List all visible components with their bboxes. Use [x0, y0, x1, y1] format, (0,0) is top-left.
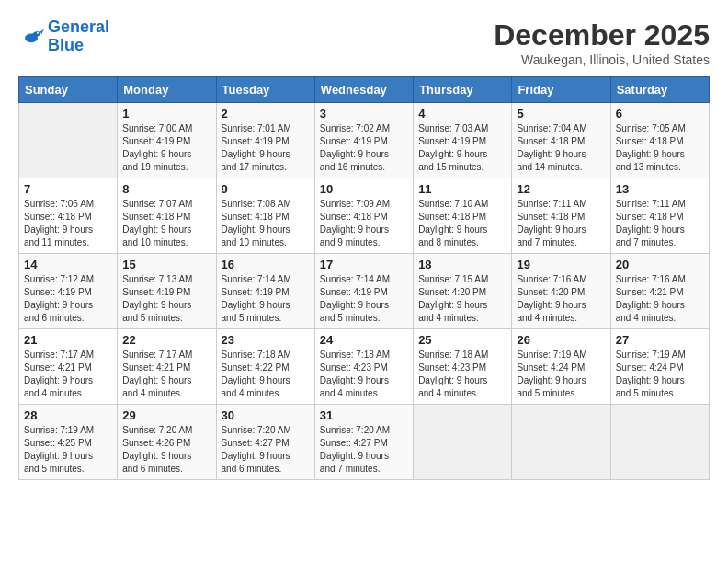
day-number: 10	[320, 182, 408, 196]
month-title: December 2025	[494, 18, 710, 52]
day-number: 17	[320, 258, 408, 271]
day-info: Sunrise: 7:01 AM Sunset: 4:19 PM Dayligh…	[222, 122, 310, 174]
day-info: Sunrise: 7:17 AM Sunset: 4:21 PM Dayligh…	[24, 349, 112, 400]
weekday-header: Thursday	[414, 77, 512, 103]
logo-name: GeneralBlue	[48, 18, 109, 55]
calendar-cell: 23Sunrise: 7:18 AM Sunset: 4:22 PM Dayli…	[216, 329, 314, 405]
day-number: 5	[517, 107, 605, 121]
day-info: Sunrise: 7:11 AM Sunset: 4:18 PM Dayligh…	[517, 198, 605, 249]
calendar-week-row: 1Sunrise: 7:00 AM Sunset: 4:19 PM Daylig…	[19, 103, 710, 178]
calendar-cell: 27Sunrise: 7:19 AM Sunset: 4:24 PM Dayli…	[610, 329, 709, 405]
day-info: Sunrise: 7:08 AM Sunset: 4:18 PM Dayligh…	[222, 198, 310, 249]
calendar-cell: 31Sunrise: 7:20 AM Sunset: 4:27 PM Dayli…	[314, 405, 413, 480]
day-info: Sunrise: 7:19 AM Sunset: 4:25 PM Dayligh…	[24, 424, 112, 476]
day-number: 11	[418, 182, 506, 196]
day-number: 30	[222, 408, 310, 422]
day-number: 29	[122, 408, 210, 422]
day-info: Sunrise: 7:16 AM Sunset: 4:21 PM Dayligh…	[616, 273, 704, 325]
svg-point-3	[37, 32, 39, 34]
day-info: Sunrise: 7:13 AM Sunset: 4:19 PM Dayligh…	[122, 273, 210, 325]
day-number: 7	[24, 182, 112, 196]
day-info: Sunrise: 7:18 AM Sunset: 4:23 PM Dayligh…	[320, 349, 408, 400]
weekday-header: Sunday	[19, 77, 118, 103]
calendar-cell: 9Sunrise: 7:08 AM Sunset: 4:18 PM Daylig…	[216, 178, 314, 254]
weekday-header: Monday	[118, 77, 216, 103]
day-info: Sunrise: 7:14 AM Sunset: 4:19 PM Dayligh…	[222, 273, 310, 325]
day-number: 27	[616, 333, 704, 347]
day-info: Sunrise: 7:04 AM Sunset: 4:18 PM Dayligh…	[517, 122, 605, 174]
calendar-week-row: 21Sunrise: 7:17 AM Sunset: 4:21 PM Dayli…	[19, 329, 710, 405]
day-number: 15	[122, 258, 210, 271]
calendar-cell: 24Sunrise: 7:18 AM Sunset: 4:23 PM Dayli…	[314, 329, 413, 405]
day-info: Sunrise: 7:20 AM Sunset: 4:27 PM Dayligh…	[320, 424, 408, 476]
day-number: 25	[418, 333, 506, 347]
calendar-cell	[512, 405, 610, 480]
weekday-header: Tuesday	[216, 77, 314, 103]
day-number: 24	[320, 333, 408, 347]
calendar-cell: 7Sunrise: 7:06 AM Sunset: 4:18 PM Daylig…	[19, 178, 118, 254]
calendar-cell: 21Sunrise: 7:17 AM Sunset: 4:21 PM Dayli…	[19, 329, 118, 405]
day-info: Sunrise: 7:03 AM Sunset: 4:19 PM Dayligh…	[418, 122, 506, 174]
calendar-week-row: 14Sunrise: 7:12 AM Sunset: 4:19 PM Dayli…	[19, 254, 710, 329]
calendar-week-row: 28Sunrise: 7:19 AM Sunset: 4:25 PM Dayli…	[19, 405, 710, 480]
calendar-cell: 19Sunrise: 7:16 AM Sunset: 4:20 PM Dayli…	[512, 254, 610, 329]
day-info: Sunrise: 7:12 AM Sunset: 4:19 PM Dayligh…	[24, 273, 112, 325]
calendar-cell: 4Sunrise: 7:03 AM Sunset: 4:19 PM Daylig…	[414, 103, 512, 178]
calendar-cell: 26Sunrise: 7:19 AM Sunset: 4:24 PM Dayli…	[512, 329, 610, 405]
weekday-header: Saturday	[610, 77, 709, 103]
day-number: 31	[320, 408, 408, 422]
calendar-cell: 18Sunrise: 7:15 AM Sunset: 4:20 PM Dayli…	[414, 254, 512, 329]
day-number: 20	[616, 258, 704, 271]
day-info: Sunrise: 7:17 AM Sunset: 4:21 PM Dayligh…	[122, 349, 210, 400]
weekday-header-row: SundayMondayTuesdayWednesdayThursdayFrid…	[19, 77, 710, 103]
calendar-cell: 8Sunrise: 7:07 AM Sunset: 4:18 PM Daylig…	[118, 178, 216, 254]
day-info: Sunrise: 7:09 AM Sunset: 4:18 PM Dayligh…	[320, 198, 408, 249]
day-number: 4	[418, 107, 506, 121]
day-number: 23	[222, 333, 310, 347]
day-info: Sunrise: 7:11 AM Sunset: 4:18 PM Dayligh…	[616, 198, 704, 249]
day-number: 19	[517, 258, 605, 271]
day-number: 3	[320, 107, 408, 121]
day-info: Sunrise: 7:18 AM Sunset: 4:22 PM Dayligh…	[222, 349, 310, 400]
day-info: Sunrise: 7:16 AM Sunset: 4:20 PM Dayligh…	[517, 273, 605, 325]
calendar-cell: 2Sunrise: 7:01 AM Sunset: 4:19 PM Daylig…	[216, 103, 314, 178]
calendar-cell: 25Sunrise: 7:18 AM Sunset: 4:23 PM Dayli…	[414, 329, 512, 405]
day-number: 9	[222, 182, 310, 196]
calendar-cell: 10Sunrise: 7:09 AM Sunset: 4:18 PM Dayli…	[314, 178, 413, 254]
day-info: Sunrise: 7:06 AM Sunset: 4:18 PM Dayligh…	[24, 198, 112, 249]
day-number: 6	[616, 107, 704, 121]
calendar-cell: 30Sunrise: 7:20 AM Sunset: 4:27 PM Dayli…	[216, 405, 314, 480]
location-subtitle: Waukegan, Illinois, United States	[494, 52, 710, 67]
calendar-cell: 12Sunrise: 7:11 AM Sunset: 4:18 PM Dayli…	[512, 178, 610, 254]
day-number: 12	[517, 182, 605, 196]
calendar-cell: 6Sunrise: 7:05 AM Sunset: 4:18 PM Daylig…	[610, 103, 709, 178]
calendar-cell: 16Sunrise: 7:14 AM Sunset: 4:19 PM Dayli…	[216, 254, 314, 329]
logo-icon	[18, 24, 44, 50]
day-info: Sunrise: 7:20 AM Sunset: 4:26 PM Dayligh…	[122, 424, 210, 476]
day-info: Sunrise: 7:20 AM Sunset: 4:27 PM Dayligh…	[222, 424, 310, 476]
weekday-header: Friday	[512, 77, 610, 103]
day-info: Sunrise: 7:14 AM Sunset: 4:19 PM Dayligh…	[320, 273, 408, 325]
day-number: 8	[122, 182, 210, 196]
calendar-cell	[610, 405, 709, 480]
day-number: 1	[122, 107, 210, 121]
calendar-cell: 3Sunrise: 7:02 AM Sunset: 4:19 PM Daylig…	[314, 103, 413, 178]
day-number: 22	[122, 333, 210, 347]
day-info: Sunrise: 7:15 AM Sunset: 4:20 PM Dayligh…	[418, 273, 506, 325]
day-number: 2	[222, 107, 310, 121]
day-number: 13	[616, 182, 704, 196]
day-number: 14	[24, 258, 112, 271]
calendar-cell: 13Sunrise: 7:11 AM Sunset: 4:18 PM Dayli…	[610, 178, 709, 254]
calendar-cell: 22Sunrise: 7:17 AM Sunset: 4:21 PM Dayli…	[118, 329, 216, 405]
calendar-table: SundayMondayTuesdayWednesdayThursdayFrid…	[18, 76, 710, 480]
day-info: Sunrise: 7:07 AM Sunset: 4:18 PM Dayligh…	[122, 198, 210, 249]
day-info: Sunrise: 7:19 AM Sunset: 4:24 PM Dayligh…	[517, 349, 605, 400]
calendar-cell: 1Sunrise: 7:00 AM Sunset: 4:19 PM Daylig…	[118, 103, 216, 178]
svg-marker-2	[40, 29, 44, 34]
calendar-cell: 20Sunrise: 7:16 AM Sunset: 4:21 PM Dayli…	[610, 254, 709, 329]
calendar-cell: 11Sunrise: 7:10 AM Sunset: 4:18 PM Dayli…	[414, 178, 512, 254]
day-info: Sunrise: 7:02 AM Sunset: 4:19 PM Dayligh…	[320, 122, 408, 174]
calendar-cell: 15Sunrise: 7:13 AM Sunset: 4:19 PM Dayli…	[118, 254, 216, 329]
logo: GeneralBlue	[18, 18, 109, 55]
logo-text: GeneralBlue	[48, 18, 109, 55]
